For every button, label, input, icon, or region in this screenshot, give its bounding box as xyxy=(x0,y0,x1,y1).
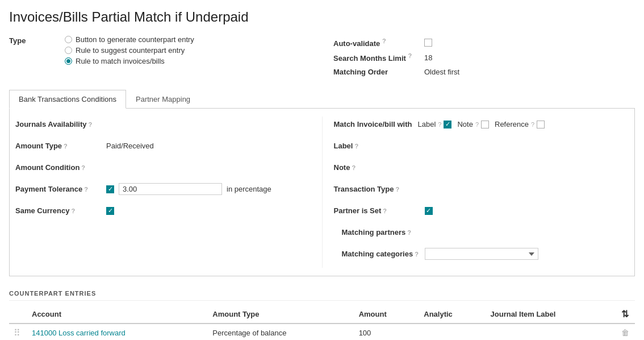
payment-tolerance-label: Payment Tolerance ? xyxy=(15,185,106,193)
reference-check-text: Reference xyxy=(495,120,529,128)
note-checkbox[interactable] xyxy=(481,121,489,128)
type-radio-group: Button to generate counterpart entry Rul… xyxy=(65,35,194,65)
journals-help-icon: ? xyxy=(88,121,92,128)
radio-suggest-counterpart[interactable]: Rule to suggest counterpart entry xyxy=(65,46,194,55)
payment-tolerance-value-group: ✓ in percentage xyxy=(106,183,271,195)
col-sort-icon: ⇅ xyxy=(617,305,635,324)
payment-tolerance-checkbox[interactable]: ✓ xyxy=(106,185,114,193)
counterpart-section: COUNTERPART ENTRIES Account Amount Type … xyxy=(9,290,635,340)
radio-match-invoices[interactable]: Rule to match invoices/bills xyxy=(65,57,194,65)
amount-condition-help-icon: ? xyxy=(81,164,85,171)
col-drag xyxy=(9,305,27,324)
radio-button-counterpart[interactable]: Button to generate counterpart entry xyxy=(65,35,194,44)
reference-help-icon: ? xyxy=(531,121,534,128)
matching-partners-label: Matching partners ? xyxy=(334,228,425,237)
tabs-container: Bank Transactions Conditions Partner Map… xyxy=(9,90,635,109)
trash-cell[interactable]: 🗑 xyxy=(617,324,635,340)
partner-is-set-checkbox[interactable]: ✓ xyxy=(425,207,433,215)
note-field-help-icon: ? xyxy=(352,164,356,171)
auto-validate-label: Auto-validate ? xyxy=(333,38,424,48)
transaction-type-label: Transaction Type ? xyxy=(334,185,425,193)
note-field-label: Note ? xyxy=(334,163,425,172)
col-amount-type: Amount Type xyxy=(208,305,354,324)
drag-handle-cell[interactable]: ⠿ xyxy=(9,324,27,340)
matching-categories-select[interactable] xyxy=(425,248,538,260)
account-link[interactable]: 141000 Loss carried forward xyxy=(32,329,126,337)
radio-circle-match xyxy=(65,57,72,65)
radio-label-match: Rule to match invoices/bills xyxy=(76,57,165,65)
radio-label-suggest: Rule to suggest counterpart entry xyxy=(76,46,185,55)
matching-order-value: Oldest first xyxy=(424,68,459,76)
partner-is-set-help-icon: ? xyxy=(383,208,387,214)
matching-partners-help-icon: ? xyxy=(407,229,411,236)
search-months-help-icon: ? xyxy=(408,52,412,59)
radio-circle-button xyxy=(65,36,72,43)
radio-circle-suggest xyxy=(65,47,72,54)
journal-label-cell xyxy=(486,324,617,340)
amount-condition-label: Amount Condition ? xyxy=(15,163,106,172)
right-panel: Match Invoice/bill with Label ? ✓ Note ?… xyxy=(322,117,629,268)
match-label-item: Label ? ✓ xyxy=(417,120,451,128)
amount-type-cell: Percentage of balance xyxy=(208,324,354,340)
match-note-item: Note ? xyxy=(457,120,489,128)
matching-order-label: Matching Order xyxy=(333,68,424,76)
counterpart-title: COUNTERPART ENTRIES xyxy=(9,290,635,301)
drag-handle-icon: ⠿ xyxy=(14,328,20,338)
search-months-value: 18 xyxy=(424,53,432,62)
label-help-icon: ? xyxy=(438,121,441,128)
left-panel: Journals Availability ? Amount Type ? Pa… xyxy=(15,117,322,268)
label-field-label: Label ? xyxy=(334,142,425,150)
sort-icon: ⇅ xyxy=(621,309,629,319)
amount-cell: 100 xyxy=(354,324,420,340)
table-row: ⠿ 141000 Loss carried forward Percentage… xyxy=(9,324,635,340)
search-months-label: Search Months Limit ? xyxy=(333,52,424,63)
col-account: Account xyxy=(27,305,208,324)
analytic-cell xyxy=(419,324,486,340)
journals-availability-label: Journals Availability ? xyxy=(15,120,106,128)
same-currency-help-icon: ? xyxy=(71,208,75,214)
label-field-help-icon: ? xyxy=(354,143,358,150)
page-title: Invoices/Bills Partial Match if Underpai… xyxy=(9,9,635,25)
payment-tolerance-unit: in percentage xyxy=(227,185,271,193)
auto-validate-checkbox[interactable] xyxy=(424,39,432,47)
label-checkbox[interactable]: ✓ xyxy=(444,121,451,128)
account-cell: 141000 Loss carried forward xyxy=(27,324,208,340)
auto-validate-help-icon: ? xyxy=(382,38,386,44)
reference-checkbox[interactable] xyxy=(537,121,545,128)
note-check-text: Note xyxy=(457,120,472,128)
same-currency-label: Same Currency ? xyxy=(15,206,106,215)
label-check-text: Label xyxy=(417,120,436,128)
amount-type-help-icon: ? xyxy=(64,143,68,150)
note-help-icon: ? xyxy=(475,121,479,128)
tab-content: Journals Availability ? Amount Type ? Pa… xyxy=(9,109,635,276)
radio-label-button: Button to generate counterpart entry xyxy=(76,35,194,44)
col-analytic: Analytic xyxy=(419,305,486,324)
matching-categories-help-icon: ? xyxy=(415,251,419,258)
transaction-type-help-icon: ? xyxy=(395,186,399,193)
trash-icon[interactable]: 🗑 xyxy=(621,328,629,337)
partner-is-set-label: Partner is Set ? xyxy=(334,206,425,215)
matching-categories-label: Matching categories ? xyxy=(334,250,425,258)
match-reference-item: Reference ? xyxy=(495,120,545,128)
amount-type-value: Paid/Received xyxy=(106,142,154,150)
tab-partner-mapping[interactable]: Partner Mapping xyxy=(126,90,200,108)
col-amount: Amount xyxy=(354,305,420,324)
payment-tolerance-input[interactable] xyxy=(119,183,222,195)
amount-type-label: Amount Type ? xyxy=(15,142,106,150)
col-journal-label: Journal Item Label xyxy=(486,305,617,324)
tab-bank-transactions[interactable]: Bank Transactions Conditions xyxy=(9,90,126,109)
payment-tolerance-help-icon: ? xyxy=(84,186,88,193)
match-invoice-label: Match Invoice/bill with xyxy=(334,120,412,128)
type-label: Type xyxy=(9,35,60,45)
counterpart-table: Account Amount Type Amount Analytic Jour… xyxy=(9,305,635,340)
same-currency-checkbox[interactable]: ✓ xyxy=(106,207,114,215)
